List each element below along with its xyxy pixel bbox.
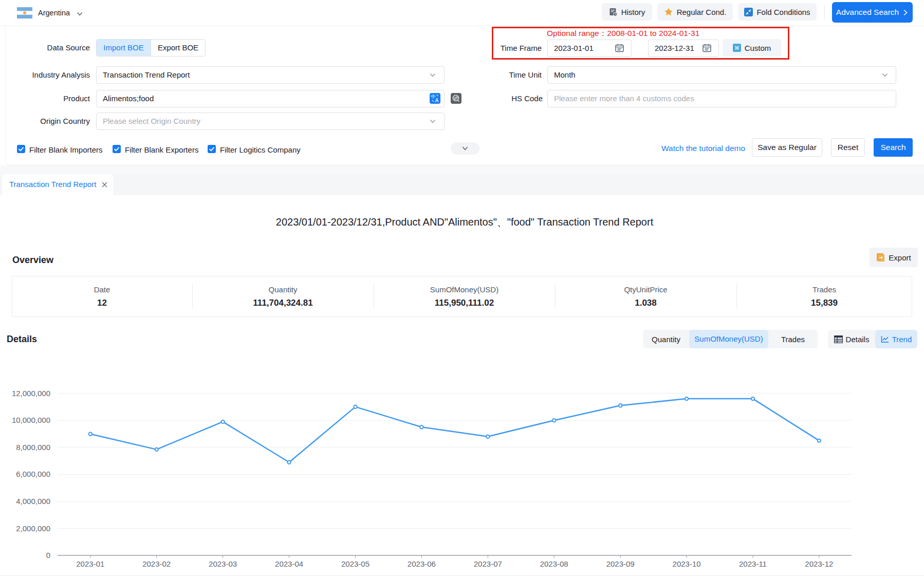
svg-text:8,000,000: 8,000,000	[16, 443, 50, 452]
svg-text:10,000,000: 10,000,000	[12, 416, 50, 424]
svg-text:A: A	[435, 98, 439, 103]
svg-text:2023-06: 2023-06	[408, 559, 436, 568]
svg-text:⌘: ⌘	[734, 45, 740, 51]
svg-text:2023-10: 2023-10	[673, 559, 701, 568]
svg-text:2023-08: 2023-08	[540, 559, 568, 568]
svg-text:4,000,000: 4,000,000	[16, 497, 50, 506]
svg-text:2023-07: 2023-07	[474, 559, 502, 568]
svg-text:2,000,000: 2,000,000	[16, 524, 50, 533]
svg-text:2023-09: 2023-09	[606, 559, 635, 568]
svg-text:2023-11: 2023-11	[739, 559, 767, 568]
svg-text:6,000,000: 6,000,000	[16, 470, 50, 478]
svg-text:2023-12: 2023-12	[805, 559, 833, 568]
svg-text:2023-04: 2023-04	[275, 559, 303, 568]
svg-text:2023-01: 2023-01	[76, 559, 104, 568]
svg-text:12,000,000: 12,000,000	[12, 389, 50, 398]
svg-text:2023-05: 2023-05	[341, 559, 369, 568]
svg-text:2023-03: 2023-03	[209, 559, 237, 568]
svg-text:2023-02: 2023-02	[142, 559, 171, 568]
svg-text:0: 0	[46, 551, 50, 559]
